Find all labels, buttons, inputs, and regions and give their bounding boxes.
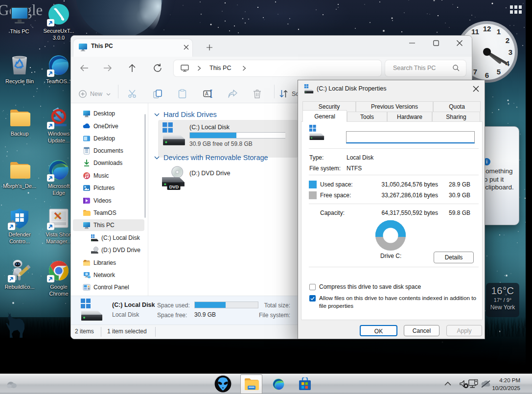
svg-text:6: 6 xyxy=(485,71,489,79)
svg-text:3: 3 xyxy=(509,48,512,56)
svg-text:11: 11 xyxy=(471,27,479,36)
svg-text:1: 1 xyxy=(497,27,501,36)
svg-text:5: 5 xyxy=(497,68,501,76)
svg-text:DVD: DVD xyxy=(169,185,179,189)
svg-text:12: 12 xyxy=(483,24,491,33)
svg-text:7: 7 xyxy=(473,68,477,76)
svg-text:A: A xyxy=(205,91,208,96)
svg-text:2: 2 xyxy=(506,36,509,45)
